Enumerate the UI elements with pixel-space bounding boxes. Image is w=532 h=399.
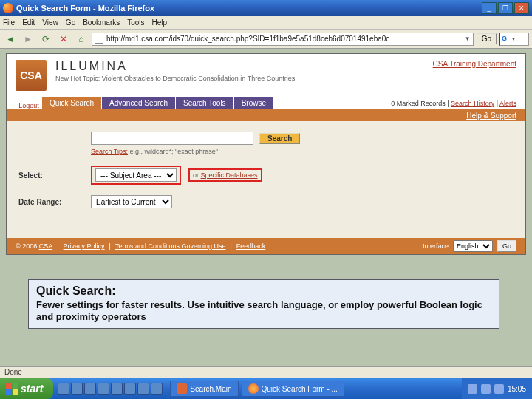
taskbar-item-powerpoint[interactable]: Search.Main [170, 381, 238, 397]
tab-bar: Logout Quick Search Advanced Search Sear… [7, 97, 525, 109]
interface-go-button[interactable]: Go [497, 240, 516, 252]
tray-icon-2[interactable] [481, 384, 491, 394]
window-title: Quick Search Form - Mozilla Firefox [16, 4, 482, 13]
menu-go[interactable]: Go [66, 18, 75, 27]
ql-icon-1[interactable] [58, 383, 69, 395]
menu-file[interactable]: File [3, 18, 15, 27]
search-input[interactable] [91, 132, 253, 145]
ql-icon-3[interactable] [84, 383, 96, 395]
copyright: © 2006 CSA [16, 242, 52, 250]
tab-advanced-search[interactable]: Advanced Search [102, 97, 175, 109]
system-tray: 15:05 [462, 378, 532, 399]
ql-icon-5[interactable] [111, 383, 123, 395]
firefox-icon [3, 3, 13, 13]
close-button[interactable]: ✕ [514, 2, 529, 14]
terms-link[interactable]: Terms and Conditions Governing Use [115, 242, 226, 250]
search-tips-link[interactable]: Search Tips: [91, 148, 128, 155]
brand-title: ILLUMINA [55, 60, 424, 73]
menu-edit[interactable]: Edit [22, 18, 35, 27]
ql-icon-2[interactable] [71, 383, 83, 395]
powerpoint-icon [177, 383, 187, 394]
highlight-specific-db: or Specific Databases [188, 168, 262, 182]
browser-menubar: File Edit View Go Bookmarks Tools Help [0, 16, 532, 30]
search-tips-text: e.g., wildcard*; "exact phrase" [128, 148, 218, 155]
annotation-body: Fewer settings for faster results. Use i… [36, 299, 491, 324]
menu-help[interactable]: Help [152, 18, 168, 27]
windows-taskbar: start Search.Main Quick Search Form - ..… [0, 378, 532, 399]
menu-view[interactable]: View [42, 18, 58, 27]
search-button[interactable]: Search [259, 133, 300, 144]
menu-tools[interactable]: Tools [127, 18, 144, 27]
window-titlebar: Quick Search Form - Mozilla Firefox _ ❐ … [0, 0, 532, 16]
browser-search-box[interactable]: G▾ [499, 33, 529, 46]
feedback-link[interactable]: Feedback [236, 242, 266, 250]
tab-quick-search[interactable]: Quick Search [42, 97, 101, 109]
url-dropdown-icon[interactable]: ▼ [465, 35, 471, 42]
annotation-title: Quick Search: [36, 284, 491, 298]
windows-logo-icon [6, 383, 18, 395]
select-label: Select: [17, 171, 83, 180]
taskbar-item-firefox[interactable]: Quick Search Form - ... [242, 381, 344, 397]
tray-icon-3[interactable] [494, 384, 504, 394]
quick-launch [53, 383, 167, 395]
menu-bookmarks[interactable]: Bookmarks [83, 18, 120, 27]
training-link[interactable]: CSA Training Department [433, 60, 516, 68]
csa-logo: CSA [16, 60, 47, 91]
logout-link[interactable]: Logout [18, 102, 39, 109]
url-text: http://md1.csa.com/ids70/quick_search.ph… [106, 35, 389, 43]
subject-area-select[interactable]: --- Subject Area --- [95, 168, 177, 182]
browser-toolbar: ◄ ► ⟳ ✕ ⌂ http://md1.csa.com/ids70/quick… [0, 30, 532, 49]
specific-databases-link[interactable]: Specific Databases [201, 171, 258, 179]
ql-icon-6[interactable] [124, 383, 136, 395]
date-range-select[interactable]: Earliest to Current [91, 195, 172, 208]
tab-browse[interactable]: Browse [234, 97, 273, 109]
ql-icon-4[interactable] [98, 383, 109, 395]
clock: 15:05 [508, 385, 526, 393]
hot-topic-text: New Hot Topic: Violent Obstacles to Demo… [55, 75, 424, 83]
google-icon: G [502, 35, 511, 44]
interface-label: Interface [423, 242, 449, 250]
browser-statusbar: Done [0, 366, 532, 378]
page-content: CSA ILLUMINA New Hot Topic: Violent Obst… [6, 53, 526, 255]
home-button[interactable]: ⌂ [74, 32, 89, 47]
maximize-button[interactable]: ❐ [498, 2, 513, 14]
section-bar: Help & Support [7, 109, 525, 121]
search-history-link[interactable]: Search History [451, 100, 494, 107]
start-button[interactable]: start [0, 378, 53, 399]
alerts-link[interactable]: Alerts [499, 100, 516, 107]
go-button[interactable]: Go [477, 33, 497, 44]
ql-icon-8[interactable] [151, 383, 163, 395]
ql-icon-7[interactable] [137, 383, 149, 395]
tray-icon-1[interactable] [468, 384, 477, 394]
page-icon [95, 35, 103, 44]
tab-search-tools[interactable]: Search Tools [176, 97, 233, 109]
address-bar[interactable]: http://md1.csa.com/ids70/quick_search.ph… [92, 33, 474, 46]
page-footer: © 2006 CSA | Privacy Policy | Terms and … [7, 238, 525, 254]
minimize-button[interactable]: _ [482, 2, 497, 14]
forward-button[interactable]: ► [21, 32, 35, 47]
language-select[interactable]: English [453, 240, 493, 252]
annotation-box: Quick Search: Fewer settings for faster … [28, 279, 499, 329]
marked-records: 0 Marked Records [391, 100, 446, 107]
back-button[interactable]: ◄ [3, 32, 18, 47]
date-range-label: Date Range: [17, 198, 83, 206]
reload-button[interactable]: ⟳ [38, 32, 53, 47]
stop-button[interactable]: ✕ [56, 32, 71, 47]
help-support-link[interactable]: Help & Support [466, 112, 516, 120]
privacy-link[interactable]: Privacy Policy [64, 242, 105, 250]
firefox-task-icon [248, 383, 259, 394]
csa-link[interactable]: CSA [39, 242, 53, 250]
highlight-subject-area: --- Subject Area --- [91, 166, 181, 185]
search-form: Search Search Tips: e.g., wildcard*; "ex… [7, 121, 525, 238]
